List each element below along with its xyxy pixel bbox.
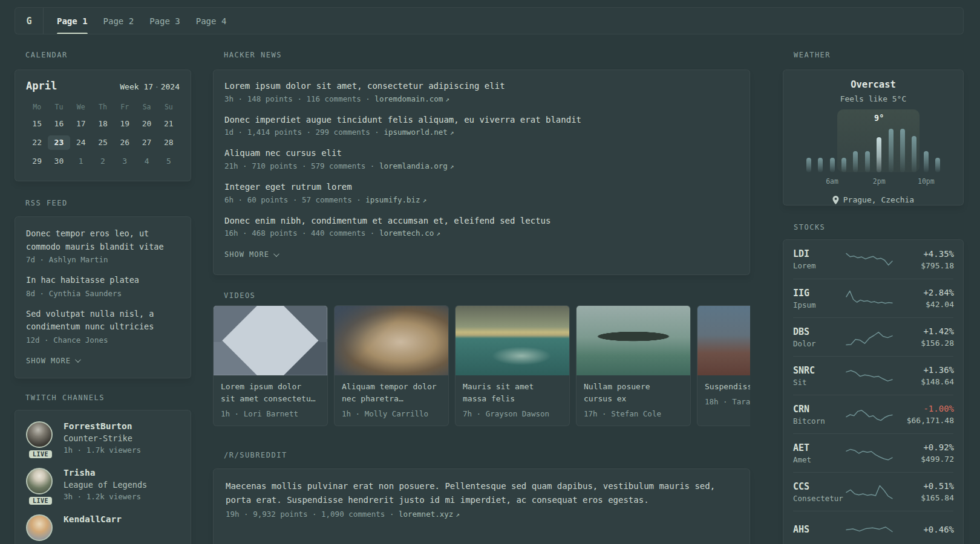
stock-row[interactable]: AHS +0.46% [793, 511, 953, 544]
videos-scroller[interactable]: Lorem ipsum dolor sit amet consectetu… 1… [213, 305, 750, 426]
hn-item-meta: 16h · 468 points · 440 comments · loremt… [224, 228, 739, 238]
calendar-day: 23 [48, 135, 70, 150]
twitch-channel-row: LIVE ForrestBurton Counter-Strike 1h · 1… [26, 421, 180, 455]
calendar-day: 24 [70, 135, 92, 150]
hn-item: Integer eget rutrum lorem 6h · 60 points… [224, 181, 739, 204]
stock-symbol: CRN [793, 404, 845, 415]
stock-symbol: DBS [793, 326, 845, 337]
rss-item: Sed volutpat nulla nisl, a condimentum n… [26, 308, 180, 345]
video-title[interactable]: Lorem ipsum dolor sit amet consectetu… [221, 381, 320, 405]
stock-sparkline [845, 249, 893, 270]
stock-row[interactable]: CCSConsectetur +0.51%$165.84 [793, 472, 953, 511]
stock-row[interactable]: CRNBitcorn -1.00%$66,171.48 [793, 395, 953, 433]
tab-page-2[interactable]: Page 2 [96, 8, 142, 34]
tab-page-3[interactable]: Page 3 [142, 8, 188, 34]
hn-meta-text: 6h · 60 points · 57 comments · [224, 195, 365, 204]
subreddit-heading: /R/SUBREDDIT [224, 452, 750, 459]
videos-heading: VIDEOS [224, 292, 750, 299]
calendar-day: 29 [26, 154, 48, 169]
stock-name: Dolor [793, 339, 845, 348]
video-title[interactable]: Suspendisse diam [705, 381, 750, 393]
subreddit-widget: Maecenas mollis pulvinar erat non posuer… [213, 468, 750, 544]
weather-location: Prague, Czechia [794, 195, 952, 204]
weather-bar [900, 129, 905, 172]
video-title[interactable]: Aliquam tempor dolor nec pharetra… [342, 381, 441, 405]
stock-symbol: LDI [793, 248, 845, 259]
hn-domain-link[interactable]: loremdomain.com [374, 94, 449, 103]
video-meta: 17h · Stefan Cole [584, 409, 683, 418]
weather-bar [935, 158, 940, 172]
tab-page-4[interactable]: Page 4 [188, 8, 235, 34]
chevron-down-icon [273, 251, 279, 257]
calendar-day: 5 [158, 154, 180, 169]
stock-sparkline [845, 482, 893, 502]
twitch-widget: LIVE ForrestBurton Counter-Strike 1h · 1… [15, 410, 191, 544]
hn-item-title[interactable]: Donec imperdiet augue tincidunt felis al… [224, 114, 739, 127]
subreddit-domain-link[interactable]: loremnet.xyz [399, 510, 460, 519]
video-meta: 7h · Grayson Dawson [463, 409, 562, 418]
hackernews-heading: HACKER NEWS [224, 51, 750, 59]
show-more-label: SHOW MORE [26, 357, 71, 365]
hn-item: Lorem ipsum dolor sit amet, consectetur … [224, 80, 739, 103]
hn-domain-link[interactable]: ipsumworld.net [384, 128, 454, 137]
hn-domain-link[interactable]: loremlandia.org [379, 161, 454, 170]
stock-row[interactable]: AETAmet +0.92%$499.72 [793, 433, 953, 472]
tab-page-1[interactable]: Page 1 [49, 8, 96, 34]
video-card[interactable]: Lorem ipsum dolor sit amet consectetu… 1… [213, 305, 328, 426]
hackernews-widget: Lorem ipsum dolor sit amet, consectetur … [213, 70, 750, 275]
rss-show-more-button[interactable]: SHOW MORE [26, 357, 79, 365]
stock-name: Amet [793, 455, 845, 464]
stock-row[interactable]: SNRCSit +1.36%$148.64 [793, 356, 953, 395]
rss-item-meta: 12d · Chance Jones [26, 335, 180, 345]
calendar-weekday: Mo [26, 102, 48, 112]
show-more-label: SHOW MORE [224, 250, 269, 259]
stock-symbol: IIG [793, 288, 845, 299]
hn-domain-link[interactable]: loremtech.co [379, 228, 440, 238]
live-badge: LIVE [29, 497, 52, 505]
hn-item-title[interactable]: Aliquam nec cursus elit [224, 147, 739, 160]
stock-symbol: CCS [793, 481, 845, 492]
twitch-channel-game: League of Legends [64, 480, 147, 490]
video-title[interactable]: Nullam posuere cursus ex [584, 381, 683, 405]
app-logo[interactable]: G [15, 8, 44, 34]
stock-change: +4.35% [893, 249, 954, 259]
hn-item-title[interactable]: Integer eget rutrum lorem [224, 181, 739, 194]
hn-item: Donec imperdiet augue tincidunt felis al… [224, 114, 739, 137]
calendar-weekday: Tu [48, 102, 70, 112]
hn-item-title[interactable]: Donec enim nibh, condimentum et accumsan… [224, 215, 739, 228]
video-title[interactable]: Mauris sit amet massa felis [463, 381, 562, 405]
hn-domain-link[interactable]: ipsumify.biz [365, 195, 426, 204]
live-badge: LIVE [29, 450, 52, 458]
twitch-channel-name[interactable]: Trisha [64, 468, 147, 478]
video-card[interactable]: Mauris sit amet massa felis 7h · Grayson… [455, 305, 570, 426]
rss-item-title[interactable]: In hac habitasse platea [26, 274, 180, 287]
weather-condition: Overcast [794, 79, 952, 90]
weather-time-label: 10pm [918, 177, 935, 186]
rss-item: In hac habitasse platea 8d · Cynthia Sau… [26, 274, 180, 298]
hn-show-more-button[interactable]: SHOW MORE [224, 250, 278, 259]
subreddit-post-title[interactable]: Maecenas mollis pulvinar erat non posuer… [226, 479, 737, 507]
weather-bar [818, 158, 823, 172]
twitch-channel-name[interactable]: KendallCarr [64, 514, 122, 524]
stock-sparkline [845, 520, 893, 541]
video-thumbnail [214, 306, 327, 375]
stock-row[interactable]: DBSDolor +1.42%$156.28 [793, 317, 953, 356]
video-card[interactable]: Nullam posuere cursus ex 17h · Stefan Co… [576, 305, 691, 426]
stock-row[interactable]: LDILorem +4.35%$795.18 [793, 240, 953, 279]
hn-meta-text: 21h · 710 points · 579 comments · [224, 161, 379, 170]
hn-item-title[interactable]: Lorem ipsum dolor sit amet, consectetur … [224, 80, 739, 93]
rss-item-title[interactable]: Donec tempor eros leo, ut commodo mauris… [26, 227, 180, 253]
calendar-day: 28 [158, 135, 180, 150]
video-thumbnail [577, 306, 690, 375]
video-card[interactable]: Aliquam tempor dolor nec pharetra… 1h · … [334, 305, 449, 426]
stock-row[interactable]: IIGIpsum +2.84%$42.04 [793, 279, 953, 317]
stock-change: +1.42% [893, 326, 954, 336]
video-card[interactable]: Suspendisse diam 18h · Tara [697, 305, 750, 426]
video-meta: 1h · Molly Carrillo [342, 409, 441, 418]
twitch-channel-name[interactable]: ForrestBurton [64, 421, 141, 431]
stocks-widget: LDILorem +4.35%$795.18 IIGIpsum +2.84%$4… [783, 239, 964, 544]
calendar-day: 3 [114, 154, 136, 169]
page-tabs: Page 1 Page 2 Page 3 Page 4 [49, 8, 234, 34]
hn-meta-text: 1d · 1,414 points · 299 comments · [224, 128, 384, 137]
rss-item-title[interactable]: Sed volutpat nulla nisl, a condimentum n… [26, 308, 180, 334]
